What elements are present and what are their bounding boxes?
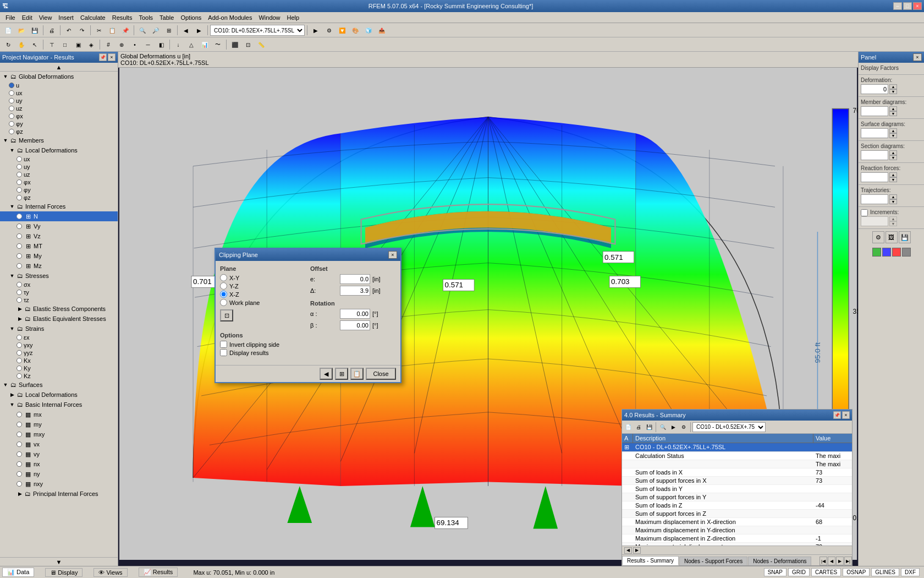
tb2-measure[interactable]: 📏 xyxy=(255,39,267,51)
color-blue[interactable] xyxy=(882,248,891,257)
tb2-pan[interactable]: ✋ xyxy=(15,39,28,51)
tb2-3d-view[interactable]: ◈ xyxy=(85,39,97,51)
expand-icon[interactable]: ▶ xyxy=(16,490,23,497)
tb-prev[interactable]: ◀ xyxy=(180,24,192,36)
tb-undo[interactable]: ↶ xyxy=(63,24,75,36)
spin-up[interactable]: ▲ xyxy=(889,84,897,89)
minimize-button[interactable]: – xyxy=(893,2,902,10)
status-tab-results[interactable]: 📈 Results xyxy=(139,568,178,577)
tree-nx[interactable]: ▦ nx xyxy=(0,459,118,469)
menu-addon[interactable]: Add-on Modules xyxy=(205,13,255,22)
plane-icon-btn[interactable]: ⊡ xyxy=(220,309,233,321)
panel-icon-settings[interactable]: ⚙ xyxy=(872,231,884,243)
yz-radio[interactable] xyxy=(220,282,227,290)
close-button[interactable]: × xyxy=(913,2,922,10)
tree-m-uz[interactable]: uz xyxy=(0,171,118,178)
status-tab-display[interactable]: 🖥 Display xyxy=(45,568,82,577)
tree-phiz[interactable]: φz xyxy=(0,128,118,135)
expand-icon[interactable]: ▼ xyxy=(2,381,9,388)
tree-m-phiz[interactable]: φz xyxy=(0,194,118,201)
tree-surf-localdef[interactable]: ▶ 🗂 Local Deformations xyxy=(0,390,118,400)
results-tab-support[interactable]: Nodes - Support Forces xyxy=(679,557,747,565)
tb-render[interactable]: 🎨 xyxy=(349,24,361,36)
tree-My[interactable]: ⊞ My xyxy=(0,251,118,261)
clip-close-btn[interactable]: Close xyxy=(366,368,396,380)
results-nav-first[interactable]: |◀ xyxy=(820,557,827,565)
tree-nxy[interactable]: ▦ nxy xyxy=(0,479,118,489)
tb-zoom-out[interactable]: 🔎 xyxy=(150,24,162,36)
invert-checkbox[interactable] xyxy=(220,341,227,348)
menu-file[interactable]: File xyxy=(2,13,19,22)
tb-paste[interactable]: 📌 xyxy=(119,24,131,36)
expand-icon[interactable]: ▼ xyxy=(9,147,15,154)
menu-calculate[interactable]: Calculate xyxy=(77,13,109,22)
tb-cut[interactable]: ✂ xyxy=(93,24,105,36)
tb-new[interactable]: 📄 xyxy=(2,24,14,36)
tree-Kx[interactable]: Kx xyxy=(0,357,118,364)
scroll-left[interactable]: ◀ xyxy=(624,547,632,554)
surface-diagrams-input[interactable] xyxy=(861,128,888,138)
menu-results[interactable]: Results xyxy=(109,13,136,22)
offset-e-input[interactable] xyxy=(340,274,370,284)
menu-options[interactable]: Options xyxy=(177,13,205,22)
clip-back-btn[interactable]: ◀ xyxy=(320,368,333,380)
tree-Vz[interactable]: ⊞ Vz xyxy=(0,231,118,241)
spin-down4[interactable]: ▼ xyxy=(889,155,897,160)
tree-strains[interactable]: ▼ 🗂 Strains xyxy=(0,324,118,334)
tb-print[interactable]: 🖨 xyxy=(46,24,58,36)
tree-ny[interactable]: ▦ ny xyxy=(0,469,118,479)
workplane-radio[interactable] xyxy=(220,299,227,306)
display-results-checkbox[interactable] xyxy=(220,349,227,356)
spin-up5[interactable]: ▲ xyxy=(889,172,897,177)
tb-next[interactable]: ▶ xyxy=(193,24,205,36)
tb2-top[interactable]: ⊤ xyxy=(46,39,58,51)
results-nav-prev[interactable]: ◀ xyxy=(828,557,835,565)
results-nav-last[interactable]: ▶| xyxy=(844,557,852,565)
color-gray[interactable] xyxy=(902,248,911,257)
tb2-select[interactable]: ↖ xyxy=(29,39,41,51)
clip-icon3-btn[interactable]: 📋 xyxy=(350,368,364,380)
tree-local-def[interactable]: ▼ 🗂 Local Deformations xyxy=(0,145,118,155)
maximize-button[interactable]: □ xyxy=(903,2,912,10)
panel-icon-save[interactable]: 💾 xyxy=(899,231,911,243)
deformation-input[interactable] xyxy=(861,84,888,94)
tree-ex[interactable]: εx xyxy=(0,334,118,341)
spin-up2[interactable]: ▲ xyxy=(889,106,897,111)
xy-radio[interactable] xyxy=(220,274,227,281)
results-close[interactable]: × xyxy=(842,411,850,419)
indicator-dxf[interactable]: DXF xyxy=(901,568,920,576)
status-tab-views[interactable]: 👁 Views xyxy=(94,568,127,577)
reaction-forces-input[interactable] xyxy=(861,172,888,182)
tb2-surfaces[interactable]: ◧ xyxy=(155,39,167,51)
res-tb-6[interactable]: ⚙ xyxy=(679,422,689,432)
tb2-loads[interactable]: ↓ xyxy=(172,39,184,51)
nav-close[interactable]: × xyxy=(108,53,116,61)
res-tb-3[interactable]: 💾 xyxy=(644,422,654,432)
tree-members[interactable]: ▼ 🗂 Members xyxy=(0,135,118,145)
trajectories-input[interactable] xyxy=(861,194,888,204)
tree-MT[interactable]: ⊞ MT xyxy=(0,241,118,251)
tree-phix[interactable]: φx xyxy=(0,112,118,120)
nav-scroll-down[interactable]: ▼ xyxy=(0,557,118,566)
spin-up3[interactable]: ▲ xyxy=(889,128,897,133)
tb2-grid[interactable]: # xyxy=(102,39,114,51)
tb-zoom-in[interactable]: 🔍 xyxy=(136,24,148,36)
tree-stresses[interactable]: ▼ 🗂 Stresses xyxy=(0,271,118,281)
increments-input[interactable] xyxy=(861,216,888,226)
tree-N[interactable]: ⊞ N xyxy=(0,211,118,221)
tree-elastic-equiv[interactable]: ▶ 🗂 Elastic Equivalent Stresses xyxy=(0,314,118,324)
tree-elastic-stress[interactable]: ▶ 🗂 Elastic Stress Components xyxy=(0,304,118,314)
expand-icon[interactable]: ▼ xyxy=(9,203,15,210)
menu-window[interactable]: Window xyxy=(255,13,283,22)
tree-m-phix[interactable]: φx xyxy=(0,178,118,186)
tree-m-ux[interactable]: ux xyxy=(0,155,118,163)
menu-help[interactable]: Help xyxy=(284,13,303,22)
tree-uz[interactable]: uz xyxy=(0,105,118,112)
spin-down[interactable]: ▼ xyxy=(889,89,897,94)
tree-surfaces[interactable]: ▼ 🗂 Surfaces xyxy=(0,380,118,390)
tree-my[interactable]: ▦ my xyxy=(0,419,118,429)
scroll-right[interactable]: ▶ xyxy=(633,547,641,554)
beta-input[interactable] xyxy=(340,320,370,330)
tree-Kz[interactable]: Kz xyxy=(0,372,118,380)
tb-copy[interactable]: 📋 xyxy=(106,24,118,36)
